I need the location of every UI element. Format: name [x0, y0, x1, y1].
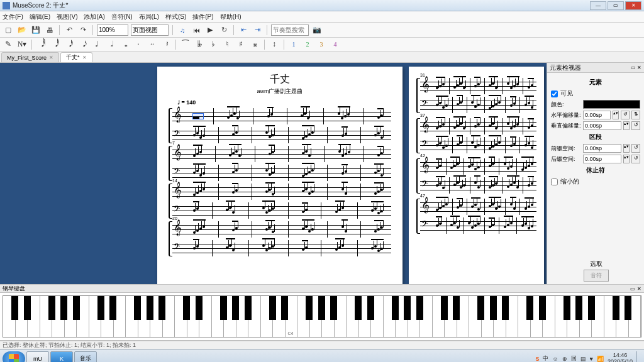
color-swatch[interactable]	[583, 100, 640, 109]
taskbar-clock[interactable]: 14:462020/5/10	[608, 353, 633, 362]
score-canvas[interactable]: 千丈 awm广播剧主题曲 ♩ = 140 𝄞▬𝄢𝄞7𝄢𝄞14𝄢𝄞20𝄢 𝄞31𝄢…	[0, 63, 547, 284]
tray-icon[interactable]: 📶	[597, 356, 604, 362]
voice-1[interactable]: 1	[288, 39, 299, 50]
dot-icon[interactable]: ·	[133, 39, 144, 50]
close-button[interactable]: ✕	[625, 1, 641, 10]
dur-32-icon[interactable]: 𝅘𝅥𝅱	[50, 39, 61, 50]
tab-close-icon[interactable]: ✕	[49, 55, 53, 60]
menu-layout[interactable]: 布局(L)	[139, 13, 159, 21]
apply-style-icon[interactable]: ⇅	[631, 111, 640, 119]
black-key[interactable]	[48, 296, 55, 320]
black-key[interactable]	[625, 296, 631, 320]
black-key[interactable]	[73, 296, 80, 320]
dur-half-icon[interactable]: 𝅗𝅥	[105, 39, 116, 50]
black-key[interactable]	[613, 296, 619, 320]
grand-staff[interactable]: 𝄞42𝄢	[416, 158, 536, 194]
play-icon[interactable]: ▶	[204, 25, 216, 36]
dur-whole-icon[interactable]: 𝅝	[119, 39, 130, 50]
panel-undock-icon[interactable]: ▭	[630, 286, 635, 292]
loop-end-icon[interactable]: ⇥	[252, 25, 263, 36]
spin-up-icon[interactable]: ▴▾	[613, 111, 619, 119]
save-icon[interactable]: 💾	[30, 25, 42, 36]
maximize-button[interactable]: ▭	[608, 1, 624, 10]
tie-icon[interactable]: ⁀	[180, 39, 191, 50]
black-key[interactable]	[318, 296, 325, 320]
dur-64-icon[interactable]: 𝅘𝅥𝅲	[36, 39, 47, 50]
black-key[interactable]	[269, 296, 276, 320]
tray-icon[interactable]: 中	[543, 354, 548, 362]
piano-keyboard[interactable]: C4	[0, 293, 644, 341]
black-key[interactable]	[453, 296, 460, 320]
flip-icon[interactable]: ↕	[269, 39, 280, 50]
black-key[interactable]	[60, 296, 67, 320]
grand-staff[interactable]: 𝄞14𝄢	[169, 184, 391, 219]
start-button[interactable]	[3, 351, 25, 363]
flat-icon[interactable]: ♭	[208, 39, 219, 50]
black-key[interactable]	[330, 296, 337, 320]
rest-icon[interactable]: 𝄽	[160, 39, 172, 50]
black-key[interactable]	[441, 296, 448, 320]
black-key[interactable]	[232, 296, 239, 320]
reset-icon[interactable]: ↺	[631, 144, 640, 153]
tray-icon[interactable]: S	[535, 356, 539, 362]
task-active[interactable]: 音乐	[74, 351, 97, 363]
menu-file[interactable]: 文件(F)	[3, 13, 23, 21]
black-key[interactable]	[526, 296, 533, 320]
score-subtitle[interactable]: awm广播剧主题曲	[169, 87, 391, 96]
black-key[interactable]	[392, 296, 399, 320]
black-key[interactable]	[588, 296, 595, 320]
menu-plugins[interactable]: 插件(P)	[192, 13, 213, 21]
system-tray[interactable]: S 中 ☺ ⊕ 回 ▤ ♥ 📶 14:462020/5/10	[535, 351, 641, 363]
double-dot-icon[interactable]: ··	[147, 39, 158, 50]
grand-staff[interactable]: 𝄞37𝄢	[416, 118, 536, 153]
tab-qianzhang[interactable]: 千丈*✕	[60, 52, 92, 62]
black-key[interactable]	[564, 296, 570, 320]
panel-undock-icon[interactable]: ▭	[631, 65, 636, 70]
natural-icon[interactable]: ♮	[221, 39, 233, 50]
reset-icon[interactable]: ↺	[631, 121, 640, 130]
dur-8-icon[interactable]: 𝅘𝅥𝅮	[77, 39, 89, 50]
black-key[interactable]	[539, 296, 546, 320]
minimize-button[interactable]: —	[590, 1, 606, 10]
black-key[interactable]	[355, 296, 362, 320]
menu-help[interactable]: 帮助(H)	[220, 13, 242, 21]
black-key[interactable]	[575, 296, 582, 320]
loop-icon[interactable]: ↻	[218, 25, 230, 36]
small-checkbox[interactable]	[551, 178, 558, 185]
trailing-input[interactable]: 0.00sp	[583, 155, 621, 163]
black-key[interactable]	[245, 296, 252, 320]
note-n-icon[interactable]: N▾	[16, 39, 28, 50]
black-key[interactable]	[183, 296, 190, 320]
grand-staff[interactable]: 𝄞▬𝄢	[169, 108, 391, 143]
double-sharp-icon[interactable]: 𝄪	[249, 39, 260, 50]
search-input[interactable]	[271, 25, 309, 36]
menu-style[interactable]: 样式(S)	[165, 13, 186, 21]
grand-staff[interactable]: 𝄞47𝄢	[416, 199, 536, 234]
black-key[interactable]	[490, 296, 497, 320]
dur-16-icon[interactable]: 𝅘𝅥𝅰	[64, 39, 75, 50]
black-key[interactable]	[502, 296, 509, 320]
dur-quarter-icon[interactable]: ♩	[91, 39, 103, 50]
layout-select[interactable]	[131, 25, 169, 36]
spin-up-icon[interactable]: ▴▾	[623, 121, 630, 130]
grand-staff[interactable]: 𝄞20𝄢	[169, 221, 391, 256]
undo-icon[interactable]: ↶	[64, 25, 75, 36]
black-key[interactable]	[11, 296, 18, 320]
double-flat-icon[interactable]: 𝄫	[194, 39, 205, 50]
tray-icon[interactable]: ☺	[552, 356, 558, 362]
black-key[interactable]	[196, 296, 203, 320]
grand-staff[interactable]: 𝄞31𝄢	[416, 78, 536, 113]
black-key[interactable]	[109, 296, 116, 320]
menu-notes[interactable]: 音符(N)	[111, 13, 133, 21]
score-title[interactable]: 千丈	[169, 73, 391, 86]
select-notes-button[interactable]: 音符	[584, 270, 609, 282]
black-key[interactable]	[306, 296, 313, 320]
voice-3[interactable]: 3	[316, 39, 327, 50]
note-input-icon[interactable]: ✎	[3, 39, 14, 50]
voice-2[interactable]: 2	[302, 39, 313, 50]
show-desktop-button[interactable]	[636, 351, 641, 363]
tab-close-icon[interactable]: ✕	[82, 55, 87, 60]
panel-close-icon[interactable]: ✕	[637, 286, 641, 292]
midi-icon[interactable]: ♫	[177, 25, 188, 36]
menu-edit[interactable]: 编辑(E)	[30, 13, 50, 21]
